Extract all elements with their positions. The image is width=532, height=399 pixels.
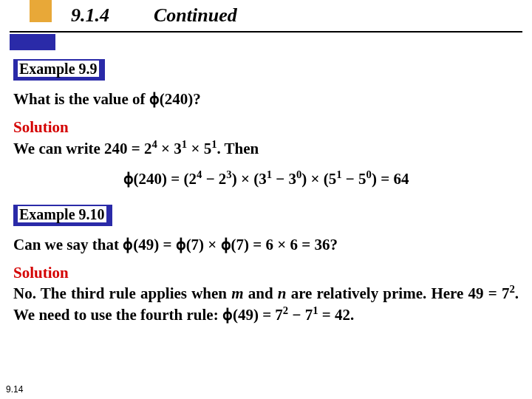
text: − 5 [342, 170, 366, 188]
var-n: n [278, 284, 287, 302]
text: − 3 [272, 170, 296, 188]
text: and [244, 284, 278, 302]
text: (240)? [160, 90, 201, 108]
phi-symbol: ϕ [149, 90, 160, 108]
solution-label: Solution [13, 264, 69, 282]
text: ) = 64 [372, 170, 409, 188]
text: We can write 240 = 2 [13, 140, 152, 157]
phi-symbol: ϕ [123, 236, 133, 253]
text: − 7 [288, 306, 313, 324]
example-label-box: Example 9.9 [13, 59, 105, 81]
text: (7) × [186, 236, 221, 253]
slide-content: Example 9.9 What is the value of ϕ(240)?… [13, 59, 519, 333]
example1-formula: ϕ(240) = (24 − 23) × (31 − 30) × (51 − 5… [13, 168, 519, 188]
exp: 4 [152, 138, 157, 150]
text: Can we say that [13, 236, 123, 253]
text: (7) = 6 × 6 = 36? [231, 236, 338, 253]
example-label: Example 9.9 [18, 61, 99, 77]
text: (49) = [133, 236, 175, 253]
solution-label: Solution [13, 118, 69, 136]
var-m: m [231, 284, 243, 302]
example-label-box: Example 9.10 [13, 205, 112, 226]
example-label: Example 9.10 [18, 206, 106, 222]
example2-question: Can we say that ϕ(49) = ϕ(7) × ϕ(7) = 6 … [13, 235, 519, 254]
header-divider [10, 31, 522, 33]
example1-question: What is the value of ϕ(240)? [13, 89, 519, 109]
accent-underline [10, 34, 55, 50]
page-number: 9.14 [6, 384, 23, 395]
phi-symbol: ϕ [176, 236, 186, 253]
exp: 1 [336, 168, 341, 180]
slide-header: 9.1.4 Continued [0, 0, 532, 46]
exp: 1 [267, 168, 272, 180]
exp: 3 [226, 168, 231, 180]
text: ) × (3 [232, 170, 267, 188]
text: ϕ(240) = (2 [123, 170, 197, 188]
text: No. The third rule applies when [13, 284, 231, 302]
section-title: Continued [154, 4, 237, 27]
phi-symbol: ϕ [221, 236, 231, 253]
text: (49) = 7 [233, 306, 283, 324]
example1-solution: Solution We can write 240 = 24 × 31 × 51… [13, 117, 519, 158]
text: × 5 [187, 140, 211, 157]
text: . Then [216, 140, 259, 157]
text: are relatively prime. Here 49 = 7 [286, 284, 509, 302]
text: − 2 [202, 170, 226, 188]
text: What is the value of [13, 90, 149, 108]
example2-solution: Solution No. The third rule applies when… [13, 263, 519, 324]
section-number: 9.1.4 [71, 4, 109, 27]
exp: 1 [313, 304, 318, 316]
phi-symbol: ϕ [222, 306, 233, 324]
text: = 42. [318, 306, 355, 324]
accent-square [30, 0, 52, 22]
text: × 3 [157, 140, 182, 157]
exp: 2 [509, 283, 514, 295]
exp: 0 [366, 168, 372, 180]
text: ) × (5 [301, 170, 336, 188]
